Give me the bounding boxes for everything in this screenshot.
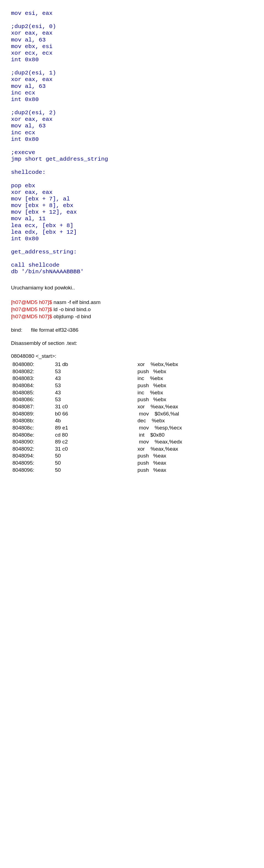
disassembly-row: 8048096:50push %eax xyxy=(11,467,253,474)
dis-bytes: 89 c2 xyxy=(55,438,137,445)
dis-bytes: 50 xyxy=(55,467,137,474)
disassembly-row: 8048092:31 c0xor %eax,%eax xyxy=(11,445,253,453)
dis-instruction: xor %eax,%eax xyxy=(137,403,253,410)
dis-instruction: push %eax xyxy=(137,459,253,467)
disassembly-row: 8048084:53push %ebx xyxy=(11,382,253,389)
dis-address: 804808b: xyxy=(11,417,55,424)
disassembly-row: 8048086:53push %ebx xyxy=(11,396,253,403)
dis-instruction: push %eax xyxy=(137,467,253,474)
disassembly-row: 8048095:50push %eax xyxy=(11,459,253,467)
disassembly-row: 8048089:b0 66 mov $0x66,%al xyxy=(11,410,253,417)
dis-bytes: cd 80 xyxy=(55,431,137,438)
dis-address: 8048089: xyxy=(11,410,55,417)
dis-instruction: xor %eax,%eax xyxy=(137,445,253,453)
dis-address: 8048087: xyxy=(11,403,55,410)
dis-address: 8048084: xyxy=(11,382,55,389)
shell-command: objdump -d bind xyxy=(54,314,91,319)
dis-instruction: xor %ebx,%ebx xyxy=(137,361,253,368)
dis-instruction: inc %ebx xyxy=(137,389,253,396)
dis-address: 8048080: xyxy=(11,361,55,368)
disassembly-row: 8048085:43inc %ebx xyxy=(11,389,253,396)
disassembly-header: 08048080 <_start>: xyxy=(11,352,253,360)
dis-address: 8048090: xyxy=(11,438,55,445)
dis-address: 8048092: xyxy=(11,445,55,453)
dis-instruction: push %ebx xyxy=(137,368,253,375)
dis-bytes: 31 c0 xyxy=(55,445,137,453)
disassembly-row: 8048094:50push %eax xyxy=(11,452,253,459)
shell-commands: [h07@MD5 h07]$ nasm -f elf bind.asm [h07… xyxy=(11,299,253,320)
dis-bytes: 50 xyxy=(55,452,137,459)
dis-instruction: inc %ebx xyxy=(137,375,253,382)
shell-command: nasm -f elf bind.asm xyxy=(54,299,101,305)
disassembly-row: 804808e:cd 80 int $0x80 xyxy=(11,431,253,438)
dis-address: 8048094: xyxy=(11,452,55,459)
dis-address: 8048095: xyxy=(11,459,55,467)
dis-bytes: 89 e1 xyxy=(55,424,137,431)
dis-instruction: mov %eax,%edx xyxy=(137,438,253,445)
shell-prompt: [h07@MD5 h07]$ xyxy=(11,314,54,319)
disassembly-block: 08048080 <_start>: 8048080:31 dbxor %ebx… xyxy=(11,352,253,473)
dis-address: 8048083: xyxy=(11,375,55,382)
shell-command-line: [h07@MD5 h07]$ ld -o bind bind.o xyxy=(11,306,253,313)
dis-bytes: b0 66 xyxy=(55,410,137,417)
disassembly-row: 8048083:43inc %ebx xyxy=(11,375,253,382)
shell-command-line: [h07@MD5 h07]$ nasm -f elf bind.asm xyxy=(11,299,253,306)
dis-bytes: 50 xyxy=(55,459,137,467)
shell-prompt: [h07@MD5 h07]$ xyxy=(11,299,54,305)
disassembly-row: 8048087:31 c0xor %eax,%eax xyxy=(11,403,253,410)
dis-address: 804808e: xyxy=(11,431,55,438)
dis-address: 8048096: xyxy=(11,467,55,474)
dis-instruction: push %eax xyxy=(137,452,253,459)
disassembly-row: 8048082:53push %ebx xyxy=(11,368,253,375)
dis-instruction: int $0x80 xyxy=(137,431,253,438)
dis-bytes: 4b xyxy=(55,417,137,424)
dis-bytes: 31 c0 xyxy=(55,403,137,410)
disassembly-row: 804808b:4bdec %ebx xyxy=(11,417,253,424)
dis-instruction: dec %ebx xyxy=(137,417,253,424)
shell-prompt: [h07@MD5 h07]$ xyxy=(11,306,54,312)
dis-bytes: 53 xyxy=(55,396,137,403)
dis-bytes: 53 xyxy=(55,382,137,389)
dis-instruction: push %ebx xyxy=(137,396,253,403)
dis-instruction: push %ebx xyxy=(137,382,253,389)
assembly-source-block: mov esi, eax ;dup2(esi, 0) xor eax, eax … xyxy=(11,10,253,275)
dis-address: 8048082: xyxy=(11,368,55,375)
dis-bytes: 43 xyxy=(55,375,137,382)
dis-instruction: mov %esp,%ecx xyxy=(137,424,253,431)
dis-bytes: 31 db xyxy=(55,361,137,368)
shell-command-line: [h07@MD5 h07]$ objdump -d bind xyxy=(11,313,253,320)
dis-address: 8048086: xyxy=(11,396,55,403)
dis-address: 8048085: xyxy=(11,389,55,396)
document-page: mov esi, eax ;dup2(esi, 0) xor eax, eax … xyxy=(0,0,264,485)
dis-instruction: mov $0x66,%al xyxy=(137,410,253,417)
disassembly-row: 8048090:89 c2 mov %eax,%edx xyxy=(11,438,253,445)
shell-command: ld -o bind bind.o xyxy=(54,306,91,312)
file-format-line: bind: file format elf32-i386 xyxy=(11,327,253,334)
disassembly-row: 8048080:31 dbxor %ebx,%ebx xyxy=(11,361,253,368)
disassembly-section-line: Disassembly of section .text: xyxy=(11,340,253,347)
dis-address: 804808c: xyxy=(11,424,55,431)
dis-bytes: 53 xyxy=(55,368,137,375)
run-description: Uruchamiamy kod powłoki.. xyxy=(11,284,253,291)
dis-bytes: 43 xyxy=(55,389,137,396)
disassembly-row: 804808c:89 e1 mov %esp,%ecx xyxy=(11,424,253,431)
